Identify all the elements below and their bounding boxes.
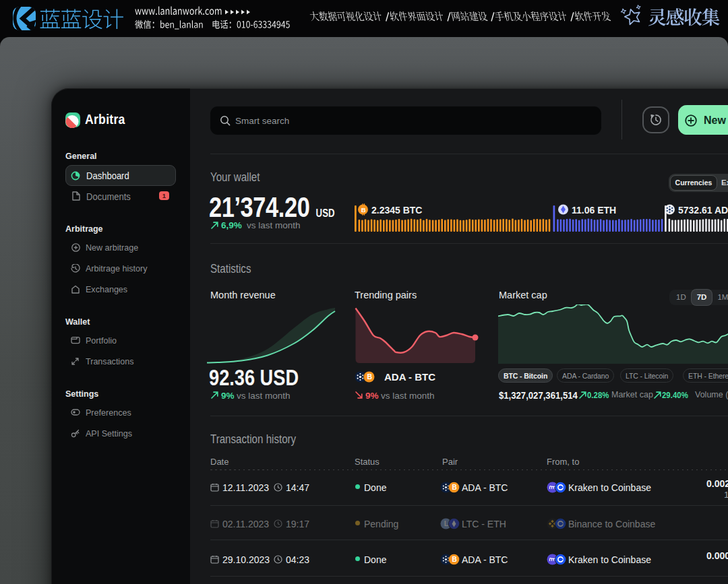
svg-text:B: B xyxy=(361,206,366,214)
svg-text:B: B xyxy=(452,556,457,563)
svg-text:B: B xyxy=(367,372,373,381)
svg-text:L: L xyxy=(444,519,449,527)
svg-text:B: B xyxy=(452,484,457,491)
